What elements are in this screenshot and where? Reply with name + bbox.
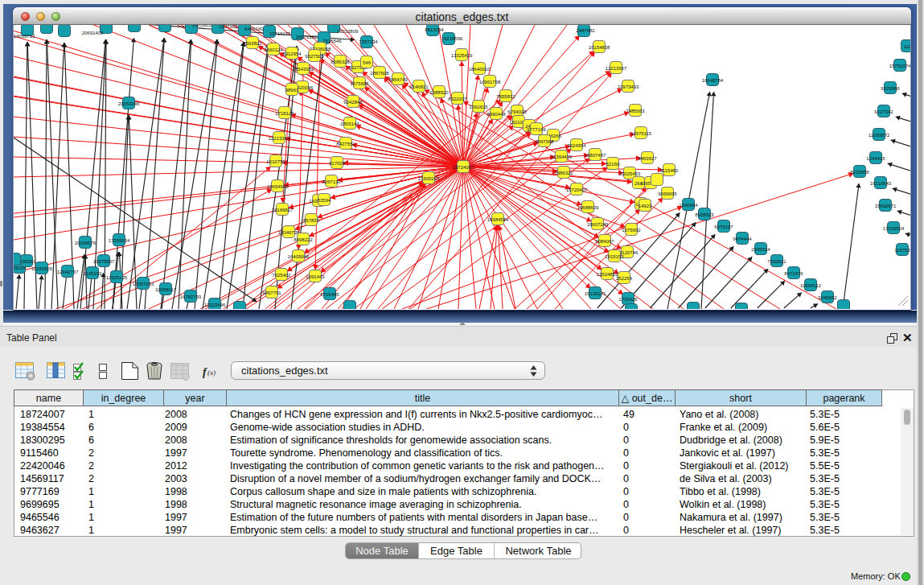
svg-text:10975867: 10975867 [93,259,115,264]
svg-text:1527602: 1527602 [219,25,238,29]
svg-text:8454749: 8454749 [388,77,408,82]
svg-text:16543382: 16543382 [293,67,314,72]
svg-text:1244415: 1244415 [866,156,885,161]
svg-text:3267130: 3267130 [322,179,341,184]
svg-text:13524851: 13524851 [597,272,618,277]
svg-text:14923: 14923 [639,204,652,208]
svg-text:18640910: 18640910 [469,67,491,72]
svg-text:9227342: 9227342 [874,109,893,114]
svg-text:7986322: 7986322 [554,171,573,175]
svg-text:7625402: 7625402 [272,273,291,278]
svg-text:12942757: 12942757 [57,270,79,274]
svg-text:8813054: 8813054 [425,27,444,32]
svg-text:17359934: 17359934 [109,238,130,243]
svg-text:14055713: 14055713 [14,34,35,39]
svg-text:3675685: 3675685 [350,81,369,86]
svg-text:12093872: 12093872 [869,133,890,138]
svg-text:13325419: 13325419 [451,53,473,58]
svg-text:10853257: 10853257 [192,25,214,27]
svg-text:15692971: 15692971 [875,204,897,208]
svg-text:10973493: 10973493 [618,84,639,89]
svg-text:16671355: 16671355 [296,35,318,39]
svg-text:16154808: 16154808 [589,45,610,50]
svg-text:17957253: 17957253 [133,282,154,286]
svg-text:19218596: 19218596 [441,36,463,41]
svg-text:2803144: 2803144 [340,122,359,126]
svg-text:1075692: 1075692 [622,228,641,233]
svg-text:9474444: 9474444 [733,237,752,241]
svg-text:12323446: 12323446 [204,303,226,307]
svg-text:9115460: 9115460 [660,168,680,173]
svg-text:16409946: 16409946 [288,254,310,259]
svg-text:12213967: 12213967 [606,66,627,71]
svg-text:12975115: 12975115 [630,131,652,136]
svg-text:15720407: 15720407 [566,187,588,192]
svg-text:11156829: 11156829 [31,266,52,271]
svg-text:17016504: 17016504 [883,226,905,231]
svg-text:16033809: 16033809 [337,29,359,34]
svg-text:8322037: 8322037 [448,97,467,101]
svg-text:6794028: 6794028 [507,109,527,114]
svg-text:1145193: 1145193 [84,271,103,276]
svg-text:8498222: 8498222 [294,237,313,242]
svg-text:116753: 116753 [894,248,910,253]
svg-text:10961758: 10961758 [479,80,501,84]
svg-text:2935514: 2935514 [751,247,770,252]
svg-text:21364436: 21364436 [551,154,573,159]
svg-text:19654943: 19654943 [267,184,289,189]
svg-text:98961: 98961 [285,88,299,93]
svg-text:2687682: 2687682 [576,28,595,33]
svg-text:3660124: 3660124 [264,47,283,52]
svg-text:1362615: 1362615 [469,105,488,109]
svg-text:9329966: 9329966 [881,86,900,91]
svg-text:7357234: 7357234 [359,39,378,44]
svg-text:7632621: 7632621 [767,259,786,264]
svg-text:15751074: 15751074 [889,64,911,68]
svg-text:8938923: 8938923 [695,212,714,217]
svg-text:53594: 53594 [318,198,331,203]
svg-text:20053346: 20053346 [118,101,140,106]
svg-text:19384554: 19384554 [487,217,509,222]
svg-text:16782759: 16782759 [180,295,202,299]
svg-text:9777169: 9777169 [527,127,546,132]
svg-text:10025453: 10025453 [619,171,641,176]
svg-text:6679197: 6679197 [714,225,733,229]
svg-text:(x): (x) [207,369,216,377]
svg-text:20206576: 20206576 [75,241,97,245]
svg-text:9242848: 9242848 [343,100,363,105]
svg-text:252254: 252254 [616,276,633,281]
svg-text:5716485: 5716485 [320,292,339,297]
svg-text:10688609: 10688609 [577,205,599,210]
svg-text:7955812: 7955812 [496,94,515,99]
svg-text:6466160: 6466160 [244,27,264,31]
svg-text:1588520: 1588520 [429,90,449,95]
svg-text:546: 546 [363,60,372,65]
svg-text:3624554: 3624554 [567,143,586,148]
svg-text:10654112: 10654112 [800,283,822,288]
svg-text:9457791: 9457791 [262,290,281,295]
svg-text:8990448: 8990448 [487,112,506,117]
svg-text:12505135: 12505135 [106,275,128,280]
svg-text:19166827: 19166827 [272,208,294,212]
svg-text:20691406: 20691406 [82,31,104,35]
svg-text:23300203: 23300203 [418,176,440,181]
svg-text:9463627: 9463627 [638,156,657,161]
svg-text:917006: 917006 [329,161,346,166]
svg-text:7563822: 7563822 [243,41,262,46]
svg-text:9084067: 9084067 [595,239,614,244]
svg-text:8427552: 8427552 [336,142,355,146]
svg-text:8471676: 8471676 [784,271,803,276]
svg-text:2718126: 2718126 [275,111,294,116]
svg-text:9327505: 9327505 [305,54,324,59]
svg-text:10807487: 10807487 [585,153,606,158]
svg-text:6497568: 6497568 [535,139,554,144]
svg-text:16648784: 16648784 [702,78,724,83]
svg-text:9146821: 9146821 [409,84,429,89]
svg-text:7515546: 7515546 [322,39,342,43]
svg-text:16046738: 16046738 [278,230,300,235]
svg-text:62160: 62160 [606,162,620,167]
svg-text:857833: 857833 [303,218,320,223]
svg-text:7485063: 7485063 [626,109,645,113]
svg-text:1640954: 1640954 [679,203,698,208]
svg-text:18724007: 18724007 [453,165,474,170]
